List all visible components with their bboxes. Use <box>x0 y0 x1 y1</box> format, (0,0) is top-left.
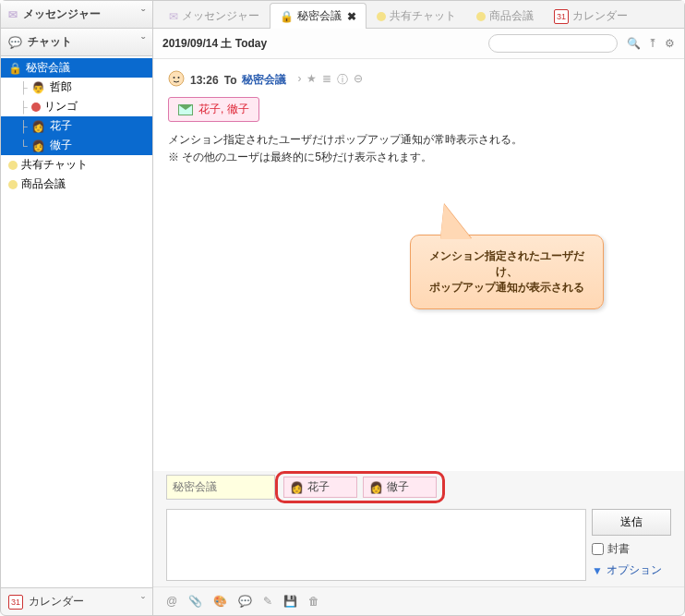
recipient-chip[interactable]: 👩徹子 <box>363 477 437 498</box>
chevron-down-icon[interactable]: ˇ <box>141 596 145 609</box>
envelope-icon: ✉ <box>8 8 18 21</box>
dot-icon <box>377 12 386 21</box>
calendar-icon: 31 <box>8 595 23 610</box>
attach-icon[interactable]: 📎 <box>188 595 202 608</box>
dash-icon[interactable]: ⊖ <box>354 72 363 88</box>
info-icon[interactable]: ⓘ <box>337 72 348 88</box>
compose-textarea[interactable] <box>166 509 586 581</box>
mail-icon <box>178 104 193 115</box>
svg-point-2 <box>178 77 180 79</box>
chevron-down-icon[interactable]: ˇ <box>141 8 145 21</box>
dot-icon <box>8 161 18 170</box>
msg-time: 13:26 <box>190 74 219 87</box>
trash-icon[interactable]: 🗑 <box>308 595 319 608</box>
tab-bar: ✉メッセンジャー 🔒秘密会議✖ 共有チャット 商品会議 31カレンダー <box>153 1 684 29</box>
chat-icon[interactable]: 💬 <box>238 595 252 608</box>
person-icon: 👩 <box>369 481 383 494</box>
person-icon: 👨 <box>31 80 46 95</box>
save-icon[interactable]: 💾 <box>283 595 297 608</box>
tab-messenger[interactable]: ✉メッセンジャー <box>159 3 270 29</box>
msg-body-line: ※ その他のユーザは最終的に5秒だけ表示されます。 <box>168 149 669 166</box>
message-area: 13:26 To 秘密会議 › ★ ≣ ⓘ ⊖ 花子, 徹子 メンション指定され… <box>153 59 684 471</box>
scroll-top-icon[interactable]: ⤒ <box>648 37 657 50</box>
tree-member[interactable]: ├リンゴ <box>1 97 152 116</box>
close-icon[interactable]: ✖ <box>347 10 356 23</box>
tree-member[interactable]: ├👩花子 <box>1 116 152 136</box>
svg-point-0 <box>169 71 184 86</box>
msg-room[interactable]: 秘密会議 <box>242 72 286 88</box>
recipient-chip[interactable]: 👩花子 <box>283 477 357 498</box>
left-header-chat-label: チャット <box>28 34 72 50</box>
left-header-messenger-label: メッセンジャー <box>23 6 101 22</box>
mention-box: 花子, 徹子 <box>168 97 259 122</box>
left-footer-calendar[interactable]: 31 カレンダー ˇ <box>1 587 152 615</box>
msg-body-line: メンション指定されたユーザだけポップアップ通知が常時表示される。 <box>168 131 669 149</box>
person-icon: 👩 <box>31 119 46 134</box>
date-heading: 2019/09/14 土 Today <box>162 36 267 52</box>
person-icon: 👩 <box>290 481 304 494</box>
tree-member[interactable]: └👩徹子 <box>1 136 152 155</box>
list-icon[interactable]: ≣ <box>322 72 331 88</box>
dot-icon <box>8 180 18 189</box>
msg-to-label: To <box>224 74 237 87</box>
mention-names: 花子, 徹子 <box>198 102 249 117</box>
tree-room-secret[interactable]: 🔒 秘密会議 <box>1 58 152 78</box>
tab-product[interactable]: 商品会議 <box>466 3 544 29</box>
callout-annotation: メンション指定されたユーザだけ、 ポップアップ通知が表示される <box>410 235 604 309</box>
search-icon[interactable]: 🔍 <box>627 37 641 50</box>
chat-bubble-icon: 💬 <box>8 36 22 49</box>
tab-secret[interactable]: 🔒秘密会議✖ <box>270 3 367 29</box>
left-header-chat[interactable]: 💬 チャット ˇ <box>1 29 152 56</box>
send-button[interactable]: 送信 <box>592 509 671 536</box>
compose-toolbar: @ 📎 🎨 💬 ✎ 💾 🗑 <box>153 586 684 615</box>
lock-icon: 🔒 <box>280 10 294 23</box>
palette-icon[interactable]: 🎨 <box>213 595 227 608</box>
recipients-box: 👩花子 👩徹子 <box>275 471 445 503</box>
tree-room-label: 秘密会議 <box>26 60 70 76</box>
date-bar: 2019/09/14 土 Today 🔍 ⤒ ⚙ <box>153 29 684 59</box>
gear-icon[interactable]: ⚙ <box>665 37 675 50</box>
chevron-down-icon[interactable]: ˇ <box>141 36 145 49</box>
tab-shared[interactable]: 共有チャット <box>367 3 466 29</box>
lock-icon: 🔒 <box>8 62 22 75</box>
mention-icon[interactable]: @ <box>166 595 177 608</box>
tab-calendar[interactable]: 31カレンダー <box>544 3 638 29</box>
chevron-right-icon[interactable]: › <box>297 72 301 88</box>
svg-point-1 <box>174 77 175 79</box>
triangle-down-icon: ▼ <box>592 564 603 577</box>
star-icon[interactable]: ★ <box>306 72 317 88</box>
envelope-icon: ✉ <box>169 10 178 23</box>
edit-icon[interactable]: ✎ <box>263 595 272 608</box>
sender-avatar-icon <box>168 70 185 90</box>
option-toggle[interactable]: ▼オプション <box>592 562 671 578</box>
tree-room-shared[interactable]: 共有チャット <box>1 155 152 175</box>
left-header-messenger[interactable]: ✉ メッセンジャー ˇ <box>1 1 152 29</box>
search-input[interactable] <box>488 34 618 53</box>
tree-room-product[interactable]: 商品会議 <box>1 175 152 194</box>
dot-icon <box>476 12 486 21</box>
sealed-checkbox[interactable]: 封書 <box>592 541 671 557</box>
chat-tree: 🔒 秘密会議 ├👨哲郎 ├リンゴ ├👩花子 └👩徹子 共有チャット 商品会議 <box>1 56 152 587</box>
calendar-icon: 31 <box>554 9 569 24</box>
tree-member[interactable]: ├👨哲郎 <box>1 78 152 97</box>
person-icon: 👩 <box>31 139 46 153</box>
left-footer-calendar-label: カレンダー <box>29 594 84 610</box>
compose-room-label[interactable]: 秘密会議 <box>166 475 275 500</box>
apple-icon <box>31 103 41 112</box>
